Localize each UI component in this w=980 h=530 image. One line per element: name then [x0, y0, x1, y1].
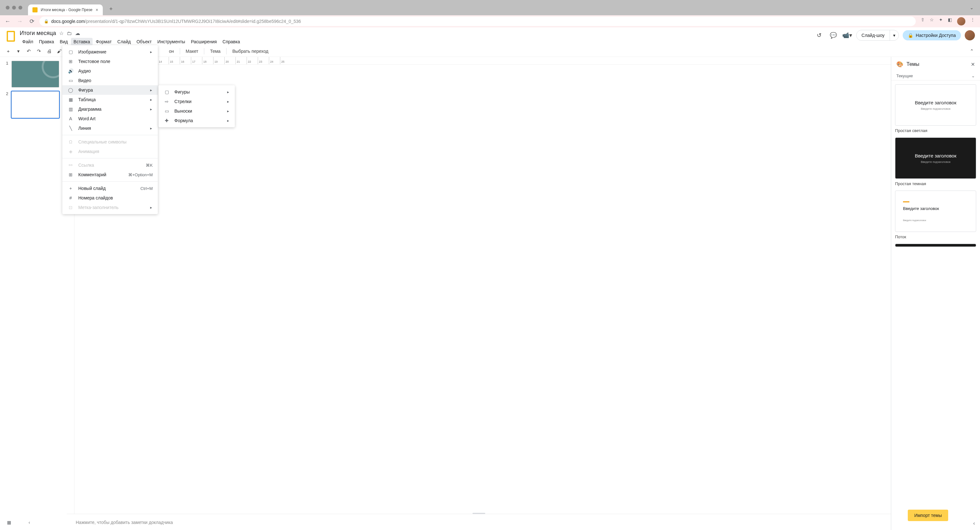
star-icon[interactable]: ☆ [59, 30, 64, 36]
grid-view-button[interactable]: ▦ [5, 519, 13, 526]
collapse-toolbar-button[interactable]: ⌃ [967, 47, 976, 56]
theme-card-stream[interactable]: Введите заголовок Введите подзаголовок [895, 191, 976, 232]
notes-resize-handle[interactable] [473, 513, 485, 514]
reload-button[interactable]: ⟳ [27, 17, 36, 26]
address-bar[interactable]: 🔒 docs.google.com/presentation/d/1-qp78z… [40, 16, 916, 26]
move-icon[interactable]: 🗀 [67, 30, 72, 36]
forward-button[interactable]: → [15, 17, 24, 26]
print-button[interactable]: 🖨 [45, 47, 54, 56]
theme-card-partial[interactable] [895, 244, 976, 247]
undo-button[interactable]: ↶ [24, 47, 33, 56]
doc-title[interactable]: Итоги месяца [20, 30, 56, 37]
browser-tab[interactable]: Итоги месяца - Google Презе × [28, 5, 103, 15]
chart-icon: ▥ [67, 107, 74, 111]
theme-card-dark[interactable]: Введите заголовок Введите подзаголовок [895, 137, 976, 179]
new-slide-dropdown[interactable]: ▾ [14, 47, 23, 56]
insert-line[interactable]: ╲ Линия ► [62, 123, 158, 133]
explore-button[interactable]: ‹ [973, 520, 975, 526]
shape-arrows[interactable]: ⇨ Стрелки ► [159, 97, 235, 106]
menu-slide[interactable]: Слайд [115, 38, 133, 46]
insert-image[interactable]: ▢ Изображение ► [62, 47, 158, 57]
theme-button[interactable]: Тема [207, 48, 224, 55]
table-icon: ▦ [67, 97, 74, 102]
menu-tools[interactable]: Инструменты [155, 38, 188, 46]
insert-chart[interactable]: ▥ Диаграмма ► [62, 104, 158, 114]
lock-icon: 🔒 [44, 19, 49, 24]
themes-list[interactable]: Введите заголовок Введите подзаголовок П… [891, 81, 980, 530]
tabstrip-dropdown-button[interactable]: ⌄ [970, 5, 980, 10]
themes-title: Темы [907, 61, 967, 67]
insert-slide-numbers[interactable]: # Номера слайдов [62, 193, 158, 203]
insert-new-slide[interactable]: + Новый слайд Ctrl+M [62, 183, 158, 193]
bookmark-icon[interactable]: ☆ [930, 17, 934, 25]
sidepanel-icon[interactable]: ◧ [948, 17, 952, 25]
close-panel-button[interactable]: ✕ [971, 61, 975, 67]
insert-textbox[interactable]: ⊞ Текстовое поле [62, 57, 158, 66]
shape-equation[interactable]: ✚ Формула ► [159, 116, 235, 125]
import-theme-button[interactable]: Импорт темы [908, 509, 948, 521]
audio-icon: 🔊 [67, 68, 74, 73]
insert-wordart[interactable]: A Word Art [62, 114, 158, 123]
menu-view[interactable]: Вид [57, 38, 70, 46]
theme-preview-title: Введите заголовок [903, 206, 939, 211]
shape-shapes[interactable]: ▢ Фигуры ► [159, 87, 235, 97]
insert-video[interactable]: ▭ Видео [62, 76, 158, 85]
shape-callouts[interactable]: ▭ Выноски ► [159, 106, 235, 116]
background-button[interactable]: он [166, 48, 177, 55]
horizontal-ruler[interactable]: 78910111213141516171819202122232425 [67, 57, 891, 65]
chevron-right-icon: ► [226, 119, 230, 123]
layout-button[interactable]: Макет [183, 48, 202, 55]
menu-edit[interactable]: Правка [36, 38, 56, 46]
insert-shape[interactable]: ◯ Фигура ► [62, 85, 158, 95]
slide-row-2: 2 [4, 91, 63, 118]
tab-close-button[interactable]: × [96, 7, 98, 13]
redo-button[interactable]: ↷ [34, 47, 43, 56]
theme-card-light[interactable]: Введите заголовок Введите подзаголовок [895, 84, 976, 126]
chevron-right-icon: ► [226, 100, 230, 103]
shapes-icon: ▢ [164, 89, 170, 94]
chrome-menu-icon[interactable]: ⋮ [970, 17, 975, 25]
back-button[interactable]: ← [3, 17, 12, 26]
new-slide-button[interactable]: + [4, 47, 13, 56]
menu-format[interactable]: Формат [93, 38, 114, 46]
collapse-filmstrip-button[interactable]: ‹ [25, 519, 33, 526]
history-button[interactable]: ↺ [814, 30, 824, 40]
new-tab-button[interactable]: + [107, 5, 116, 13]
insert-comment[interactable]: ⊞ Комментарий ⌘+Option+M [62, 170, 158, 180]
maximize-window-button[interactable] [19, 6, 22, 10]
account-avatar[interactable] [965, 30, 975, 40]
share-button[interactable]: 🔒 Настройки Доступа [903, 30, 961, 40]
share-icon[interactable]: ⇧ [921, 17, 924, 25]
menu-insert[interactable]: Вставка [71, 38, 92, 46]
themes-filter[interactable]: Текущие ⌄ [891, 72, 980, 81]
speaker-notes[interactable]: Нажмите, чтобы добавить заметки докладчи… [67, 514, 891, 530]
slide-thumbnail-2[interactable] [11, 91, 59, 118]
theme-label: Простая светлая [895, 128, 976, 133]
url-text: docs.google.com/presentation/d/1-qp78zwC… [51, 19, 301, 24]
slide-stage[interactable] [75, 65, 891, 514]
insert-table[interactable]: ▦ Таблица ► [62, 95, 158, 104]
insert-audio[interactable]: 🔊 Аудио [62, 66, 158, 76]
menu-object[interactable]: Объект [134, 38, 154, 46]
comments-button[interactable]: 💬 [828, 30, 838, 40]
slide-thumbnail-1[interactable] [11, 61, 59, 88]
themes-current-label: Текущие [896, 73, 913, 78]
insert-menu-dropdown: ▢ Изображение ► ⊞ Текстовое поле 🔊 Аудио… [62, 45, 158, 214]
menu-file[interactable]: Файл [20, 38, 36, 46]
present-button-group: Слайд-шоу ▾ [856, 30, 899, 41]
chevron-right-icon: ► [150, 50, 153, 54]
palette-icon: 🎨 [896, 61, 903, 68]
transition-button[interactable]: Выбрать переход [229, 48, 271, 55]
extensions-icon[interactable]: ✦ [939, 17, 943, 25]
profile-avatar[interactable] [957, 17, 966, 25]
cloud-status-icon[interactable]: ☁ [75, 30, 80, 36]
shape-submenu: ▢ Фигуры ► ⇨ Стрелки ► ▭ Выноски ► ✚ Фор… [159, 85, 235, 127]
meet-button[interactable]: 📹▾ [842, 30, 853, 40]
present-dropdown[interactable]: ▾ [889, 30, 899, 40]
menu-extensions[interactable]: Расширения [188, 38, 219, 46]
minimize-window-button[interactable] [12, 6, 16, 10]
present-button[interactable]: Слайд-шоу [856, 30, 890, 40]
close-window-button[interactable] [6, 6, 10, 10]
menu-help[interactable]: Справка [220, 38, 242, 46]
slides-logo-icon[interactable] [5, 30, 16, 43]
